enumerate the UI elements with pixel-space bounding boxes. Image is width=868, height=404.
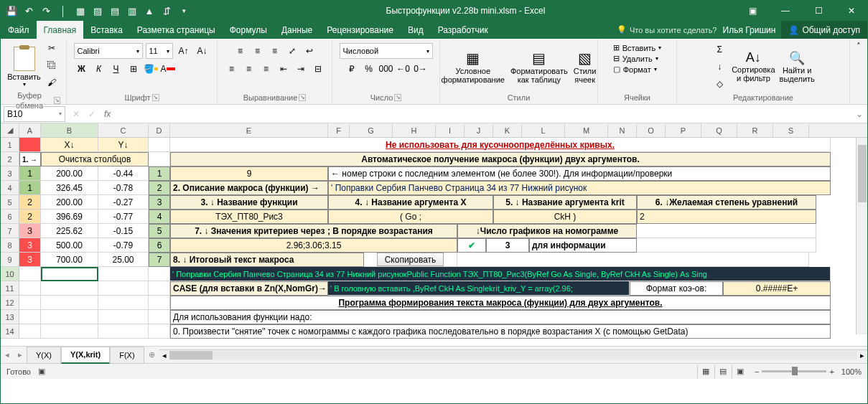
- cell[interactable]: 2: [637, 210, 816, 224]
- cell[interactable]: 1: [19, 181, 41, 195]
- tab-file[interactable]: Файл: [1, 21, 37, 39]
- vertical-scrollbar[interactable]: [856, 138, 867, 334]
- sheet-nav-first-icon[interactable]: ◂: [1, 350, 14, 360]
- save-icon[interactable]: 💾: [5, 4, 18, 17]
- custom5-icon[interactable]: ⇵: [160, 4, 173, 17]
- cell[interactable]: 3: [149, 195, 170, 210]
- active-cell[interactable]: [41, 267, 98, 281]
- cell[interactable]: 700.00: [41, 253, 98, 267]
- col-header[interactable]: M: [565, 123, 608, 137]
- col-header[interactable]: F: [328, 123, 350, 137]
- macro-recorder-icon[interactable]: ▣: [38, 367, 45, 376]
- cell-warning[interactable]: Не использовать для кусочноопределённых …: [170, 138, 831, 152]
- cell[interactable]: [41, 296, 98, 310]
- collapse-ribbon-icon[interactable]: ˄: [850, 39, 867, 104]
- format-as-table-button[interactable]: ▤ Форматировать как таблицу: [510, 50, 568, 84]
- percent-icon[interactable]: %: [361, 61, 377, 77]
- col-header[interactable]: C: [98, 123, 149, 137]
- cell[interactable]: [19, 310, 41, 324]
- cell[interactable]: [19, 267, 41, 281]
- cell[interactable]: 200.00: [41, 195, 98, 210]
- row-header[interactable]: 10: [1, 267, 19, 281]
- col-header[interactable]: O: [637, 123, 666, 137]
- maximize-icon[interactable]: ☐: [803, 1, 834, 21]
- clear-icon[interactable]: ◇: [711, 76, 727, 92]
- italic-button[interactable]: К: [91, 61, 107, 77]
- col-header[interactable]: A: [19, 123, 41, 137]
- cell[interactable]: [98, 281, 149, 296]
- cell[interactable]: Автоматическое получение макроса (функци…: [170, 152, 831, 166]
- sheet-tab-yx[interactable]: Y(X): [27, 347, 61, 364]
- cell[interactable]: [149, 324, 170, 339]
- align-center-icon[interactable]: ≡: [241, 61, 257, 77]
- zoom-out-button[interactable]: −: [755, 367, 759, 376]
- view-pagelayout-icon[interactable]: ▤: [714, 365, 732, 378]
- sheet-nav-last-icon[interactable]: ▸: [14, 350, 27, 360]
- copy-icon[interactable]: ⿻: [44, 57, 60, 73]
- row-header[interactable]: 7: [1, 224, 19, 238]
- tab-home[interactable]: Главная: [37, 21, 84, 39]
- cell[interactable]: 4. ↓ Название аргумента X: [328, 195, 493, 210]
- cell[interactable]: 326.45: [41, 181, 98, 195]
- inc-decimal-icon[interactable]: ←0: [396, 61, 411, 77]
- cell[interactable]: [19, 281, 41, 296]
- cell[interactable]: Для использования функции надо:: [170, 310, 831, 324]
- cell[interactable]: [457, 253, 809, 267]
- name-box[interactable]: B10▾: [4, 106, 65, 122]
- cell[interactable]: 2: [19, 210, 41, 224]
- cell[interactable]: [41, 310, 98, 324]
- align-left-icon[interactable]: ≡: [224, 61, 240, 77]
- cell[interactable]: 5: [149, 224, 170, 238]
- col-header[interactable]: K: [493, 123, 522, 137]
- cell[interactable]: 2. Описание макроса (функции) →: [170, 181, 328, 195]
- cell[interactable]: 5. ↓ Название аргумента krit: [493, 195, 637, 210]
- cell[interactable]: ↓Число графиков на номограмме: [457, 224, 637, 238]
- cell[interactable]: [19, 324, 41, 339]
- row-header[interactable]: 14: [1, 324, 19, 339]
- cell[interactable]: 3: [19, 253, 41, 267]
- number-format-select[interactable]: Числовой▾: [340, 43, 433, 59]
- undo-icon[interactable]: ↶: [22, 4, 35, 17]
- ribbon-opts-icon[interactable]: ▣: [737, 1, 768, 21]
- font-color-icon[interactable]: A: [160, 61, 176, 77]
- cell[interactable]: ТЭХ_ПТ80_Рис3: [170, 210, 328, 224]
- share-button[interactable]: 👤Общий доступ: [781, 21, 867, 39]
- col-header[interactable]: G: [350, 123, 393, 137]
- dialog-launcher-icon[interactable]: ↘: [152, 94, 159, 101]
- qat-more-icon[interactable]: ▾: [177, 4, 190, 17]
- cell[interactable]: -0.79: [98, 238, 149, 253]
- tab-dev[interactable]: Разработчик: [431, 21, 495, 39]
- cell[interactable]: -0.77: [98, 210, 149, 224]
- cell[interactable]: [19, 296, 41, 310]
- view-pagebreak-icon[interactable]: ▣: [732, 365, 749, 378]
- align-top-icon[interactable]: ≡: [233, 43, 248, 59]
- cell[interactable]: 2: [149, 181, 170, 195]
- copy-macro-button[interactable]: Скопировать: [377, 253, 444, 266]
- cell[interactable]: -0.44: [98, 166, 149, 181]
- chevron-down-icon[interactable]: ▾: [23, 81, 26, 88]
- row-header[interactable]: 13: [1, 310, 19, 324]
- tab-review[interactable]: Рецензирование: [319, 21, 401, 39]
- horizontal-scrollbar[interactable]: ◂ ▸: [159, 349, 867, 361]
- cell[interactable]: 6: [149, 238, 170, 253]
- bold-button[interactable]: Ж: [74, 61, 90, 77]
- format-painter-icon[interactable]: 🖌: [44, 75, 60, 90]
- cell[interactable]: [149, 267, 170, 281]
- autosum-icon[interactable]: Σ: [711, 42, 727, 57]
- cell[interactable]: ( Go ;: [328, 210, 493, 224]
- cell[interactable]: 25.00: [98, 253, 149, 267]
- cell-styles-button[interactable]: ▧ Стили ячеек: [574, 50, 597, 84]
- col-header[interactable]: B: [41, 123, 98, 137]
- cell[interactable]: для информации: [529, 238, 637, 253]
- cell[interactable]: [637, 238, 816, 253]
- font-name-select[interactable]: Calibri▾: [74, 43, 143, 59]
- cell[interactable]: 225.62: [41, 224, 98, 238]
- delete-cells-button[interactable]: ⊟Удалить▾: [613, 54, 658, 63]
- indent-dec-icon[interactable]: ⇤: [276, 61, 291, 77]
- cell[interactable]: 7: [149, 253, 170, 267]
- cell[interactable]: Формат коэ-ов:: [630, 281, 723, 296]
- align-bottom-icon[interactable]: ≡: [267, 43, 283, 59]
- conditional-formatting-button[interactable]: ▦ Условное форматирование: [442, 50, 505, 84]
- cell[interactable]: 1: [19, 166, 41, 181]
- cell[interactable]: X↓: [41, 138, 98, 152]
